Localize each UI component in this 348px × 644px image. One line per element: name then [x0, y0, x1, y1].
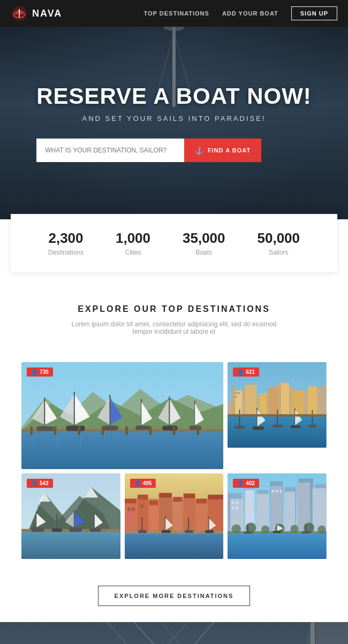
svg-rect-60	[239, 410, 240, 427]
svg-rect-160	[273, 531, 281, 533]
user-icon-4: 👤	[134, 480, 141, 486]
svg-rect-112	[140, 504, 143, 508]
stat-boats-label: Boats	[183, 249, 225, 256]
svg-rect-121	[185, 530, 193, 533]
destination-card-5[interactable]: 👤 402	[228, 473, 327, 559]
svg-rect-106	[173, 497, 182, 502]
svg-rect-120	[188, 517, 189, 531]
svg-rect-39	[54, 426, 56, 435]
destination-search-input[interactable]	[36, 139, 184, 162]
svg-rect-50	[245, 385, 257, 417]
svg-rect-162	[302, 531, 310, 533]
svg-rect-61	[234, 426, 245, 428]
svg-rect-95	[138, 497, 148, 533]
stat-cities: 1,000 Cities	[116, 230, 150, 256]
stat-destinations-label: Destinations	[48, 249, 84, 256]
svg-rect-100	[196, 502, 207, 534]
svg-rect-65	[277, 410, 278, 426]
svg-point-149	[232, 524, 241, 533]
nav-top-destinations[interactable]: TOP DESTINATIONS	[144, 10, 209, 17]
destination-card-1[interactable]: 👤 730	[21, 362, 223, 469]
svg-rect-140	[232, 502, 234, 504]
svg-rect-146	[280, 490, 282, 492]
explore-subtitle: Lorem ipsum dolor sit amet, consectetur …	[67, 320, 281, 335]
svg-rect-27	[102, 426, 118, 431]
svg-rect-94	[125, 502, 137, 534]
user-icon-2: 👤	[237, 369, 244, 375]
hero-section: RESERVE A BOAT NOW! AND SET YOUR SAILS I…	[0, 27, 348, 219]
explore-section: EXPLORE OUR TOP DESTINATIONS Lorem ipsum…	[0, 278, 348, 351]
svg-rect-116	[138, 530, 147, 533]
destination-card-3[interactable]: 👤 543	[21, 473, 120, 559]
svg-rect-102	[125, 499, 137, 503]
rigging-decoration	[0, 622, 348, 644]
destination-badge-5: 👤 402	[233, 479, 259, 488]
stat-cities-number: 1,000	[116, 230, 150, 247]
svg-rect-157	[244, 531, 252, 533]
svg-rect-88	[69, 528, 82, 532]
svg-rect-69	[291, 425, 301, 428]
svg-rect-57	[238, 392, 240, 394]
logo-text: NAVA	[32, 8, 62, 19]
svg-rect-156	[247, 525, 248, 532]
svg-rect-34	[162, 426, 178, 431]
svg-rect-111	[132, 508, 134, 511]
signup-button[interactable]: SIGN UP	[291, 6, 337, 20]
destination-badge-4: 👤 495	[130, 479, 156, 488]
svg-point-4	[163, 27, 185, 31]
svg-rect-98	[173, 500, 182, 534]
svg-rect-144	[272, 490, 274, 492]
svg-rect-53	[281, 383, 289, 417]
svg-rect-78	[21, 531, 120, 559]
svg-rect-10	[21, 431, 223, 469]
destination-card-4[interactable]: 👤 495	[125, 473, 224, 559]
svg-rect-143	[236, 507, 238, 509]
svg-rect-124	[205, 530, 214, 533]
svg-rect-104	[149, 501, 157, 505]
svg-rect-43	[149, 426, 152, 435]
svg-rect-54	[292, 390, 305, 417]
nav-links: TOP DESTINATIONS ADD YOUR BOAT SIGN UP	[144, 6, 337, 20]
logo[interactable]: NAVA	[11, 5, 62, 22]
hero-subtitle: AND SET YOUR SAILS INTO PARADISE!	[36, 114, 312, 122]
svg-rect-96	[149, 503, 157, 533]
svg-rect-72	[228, 414, 327, 416]
svg-rect-19	[36, 426, 54, 431]
svg-rect-108	[196, 499, 207, 503]
svg-rect-58	[235, 396, 237, 398]
explore-title: EXPLORE OUR TOP DESTINATIONS	[21, 304, 327, 314]
stat-destinations: 2,300 Destinations	[48, 230, 84, 256]
stats-bar: 2,300 Destinations 1,000 Cities 35,000 B…	[11, 214, 337, 272]
svg-rect-37	[190, 426, 201, 430]
svg-rect-49	[232, 386, 235, 418]
user-icon-3: 👤	[31, 480, 37, 486]
nav-add-boat[interactable]: ADD YOUR BOAT	[222, 10, 278, 17]
anchor-icon: ⚓	[195, 146, 205, 155]
svg-rect-40	[78, 426, 80, 435]
svg-rect-109	[208, 495, 223, 500]
user-icon: 👤	[31, 369, 37, 375]
svg-rect-115	[141, 517, 142, 531]
destination-badge-2: 👤 621	[233, 367, 259, 377]
svg-rect-147	[228, 532, 327, 559]
destination-card-2[interactable]: 👤 621	[228, 362, 327, 448]
svg-point-151	[261, 525, 269, 533]
svg-rect-66	[273, 425, 282, 427]
find-boat-button[interactable]: ⚓ FIND A BOAT	[184, 139, 261, 162]
svg-rect-24	[109, 395, 110, 427]
destination-badge-1: 👤 730	[27, 367, 53, 377]
svg-rect-163	[0, 622, 348, 644]
svg-rect-141	[236, 502, 238, 504]
svg-rect-142	[232, 507, 234, 509]
svg-rect-84	[51, 528, 62, 532]
explore-more-button[interactable]: EXPLORE MORE DESTINATIONS	[98, 586, 251, 606]
svg-rect-83	[56, 513, 57, 530]
svg-rect-56	[235, 392, 237, 394]
svg-rect-31	[169, 396, 170, 427]
hero-search-bar: ⚓ FIND A BOAT	[36, 139, 261, 162]
svg-rect-16	[44, 398, 45, 427]
marina-image-1	[21, 362, 223, 469]
svg-rect-103	[138, 495, 148, 500]
svg-rect-145	[276, 490, 278, 492]
svg-rect-71	[308, 425, 316, 427]
